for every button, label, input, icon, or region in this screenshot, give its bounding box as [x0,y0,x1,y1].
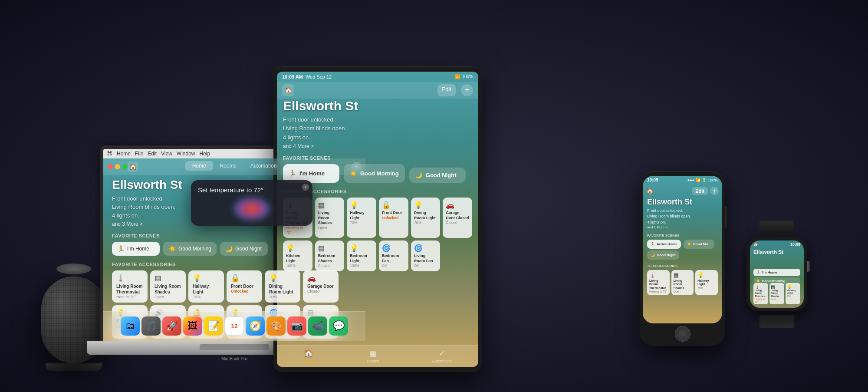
ipad-acc-lr-shades[interactable]: ▤ Living Room Shades Open [315,198,345,238]
ipad-acc-hallway-light[interactable]: 💡 Hallway Light 70% [347,198,376,238]
mac-scene-im-home[interactable]: 🏃 I'm Home [112,242,160,256]
iphone-home-icon[interactable]: 🏠 [646,188,654,194]
iphone-scene-good-morning[interactable]: ☀️ Good Mo... [684,240,714,249]
thermostat-status: Heat to 72° [116,295,143,299]
ipad-acc-kitchen-light[interactable]: 💡 Kitchen Light 100% [283,240,312,271]
menubar-window[interactable]: Window [177,151,195,157]
ipad-dining-light-status: 70% [414,221,437,225]
dock-safari[interactable]: 🧭 [246,316,265,336]
iphone-edit-button[interactable]: Edit [692,187,708,195]
menubar-edit[interactable]: Edit [148,151,157,157]
ipad-edit-button[interactable]: Edit [437,84,456,96]
mac-scene-good-morning[interactable]: ☀️ Good Morning [163,242,217,256]
ipad-accessories-grid-row2: 💡 Kitchen Light 100% ▤ Bedroom Shades Cl… [283,240,472,271]
watch-acc-thermostat[interactable]: 🌡️ Living Room Thermo... Heating to 72° [753,283,768,304]
iphone-good-morning-label: Good Mo... [693,242,711,246]
ipad-tab-home-icon: 🏠 [304,349,313,358]
ipad-hallway-light-status: 70% [350,221,373,225]
ipad-more-link[interactable]: and 4 More > [283,143,472,149]
mac-tab-home[interactable]: Home [185,161,213,171]
iphone-arrive-home-icon: 🏃 [651,242,655,246]
siri-close-button[interactable]: × [302,184,309,191]
dock-facetime[interactable]: 📹 [308,316,327,336]
ipad-bedroom-light-icon: 💡 [350,244,373,252]
good-night-icon: 🌙 [225,245,233,252]
watch-shades-status: Open [771,298,783,300]
mac-acc-garage[interactable]: 🚗 Garage Door Closed [303,270,339,303]
iphone-acc-lr-shades[interactable]: ▤ Living Room Shades Open [671,270,694,295]
iphone-arrive-home-label: Arrive Home [657,242,677,246]
dock-notes[interactable]: 📝 [204,316,223,336]
lr-shades-name: Living Room Shades [155,283,181,295]
dock-colorpicker[interactable]: 🎨 [266,316,286,336]
ipad-acc-garage[interactable]: 🚗 Garage Door Closed Closed [443,198,472,238]
dock-messages[interactable]: 💬 [329,316,348,336]
watch-acc-shades[interactable]: ▤ Living Room Shades Open [769,283,784,304]
iphone-hallway-icon: 💡 [697,272,716,278]
dock-launchpad[interactable]: 🚀 [162,316,181,336]
ipad-acc-lr-fan[interactable]: 🌀 Living Room Fan Off [411,240,441,271]
watch-thermostat-icon: 🌡️ [755,284,767,289]
mac-acc-front-door[interactable]: 🔓 Front Door Unlocked [227,270,262,303]
iphone-status-right: ●●● 📶 🔋 100% [687,178,718,182]
ipad-acc-bedroom-light[interactable]: 💡 Bedroom Light 100% [347,240,376,271]
ipad-tab-home[interactable]: 🏠 Home [303,349,314,363]
iphone-screen: 10:09 ●●● 📶 🔋 100% 🏠 Edit + Ellsworth St [643,176,722,323]
ipad-plus-button[interactable]: + [461,84,473,96]
menubar-help[interactable]: Help [200,151,210,157]
mac-acc-dining-light[interactable]: 💡 Dining Room Light 70% [265,270,300,303]
mac-acc-thermostat[interactable]: 🌡️ Living Room Thermostat Heat to 72° [112,270,148,303]
maximize-button[interactable] [122,164,128,169]
ipad-home-icon-button[interactable]: 🏠 [282,84,294,96]
menubar-home[interactable]: Home [117,151,131,157]
watch-device: 🏠 10:09 Ellsworth St 🏃 I'm Home ☀️ Good … [746,237,807,311]
ipad-wifi-icon: 📶 [455,74,460,79]
dock-siri[interactable]: 🎵 [141,316,161,336]
iphone-home-button[interactable] [675,326,690,342]
mac-tab-automation[interactable]: Automation [243,161,284,171]
mac-acc-hallway-light[interactable]: 💡 Hallway Light 70% [188,270,224,303]
ipad-kitchen-icon: 💡 [286,244,309,252]
iphone-scene-arrive-home[interactable]: 🏃 Arrive Home [647,240,681,249]
im-home-icon: 🏃 [117,245,125,252]
ipad-im-home-label: I'm Home [299,170,325,177]
lr-shades-status: Open [155,295,181,299]
iphone-plus-button[interactable]: + [710,187,719,195]
mac-tabs: Home Rooms Automation [185,161,284,171]
menubar-view[interactable]: View [161,151,172,157]
ipad-tab-automation[interactable]: ✓ Automation [432,349,452,363]
dock-photos[interactable]: 🖼 [183,316,202,336]
ipad-acc-bedroom-fan[interactable]: 🌀 Bedroom Fan Off [379,240,408,271]
mac-tab-rooms[interactable]: Rooms [213,161,243,171]
ipad-acc-front-door[interactable]: 🔓 Front Door Unlocked [379,198,408,238]
close-button[interactable] [108,164,113,169]
garage-icon: 🚗 [307,274,334,282]
ipad-scene-good-morning[interactable]: ☀️ Good Morning [344,164,405,183]
iphone-thermostat-status: Heating to 72° [649,290,667,293]
watch-scene-im-home[interactable]: 🏃 I'm Home [753,269,800,276]
dock-photobooth[interactable]: 📷 [287,316,306,336]
hallway-light-icon: 💡 [193,274,220,282]
watch-acc-light[interactable]: 💡 Hallway Light 75% [786,283,800,304]
ipad-acc-bedroom-shades[interactable]: ▤ Bedroom Shades Closed [315,240,345,271]
dock-calendar[interactable]: 12 [225,316,244,336]
watch-statusbar: 🏠 10:09 [750,240,804,248]
mac-scene-good-night[interactable]: 🌙 Good Night [220,242,268,256]
menubar-file[interactable]: File [135,151,143,157]
mac-home-icon[interactable]: 🏠 [128,161,138,172]
iphone-scene-good-night[interactable]: 🌙 Good Night [647,250,679,260]
iphone-acc-thermostat[interactable]: 🌡️ Living Room Thermostat Heating to 72° [647,270,670,295]
ipad-acc-dining-light[interactable]: 💡 Dining Room Light 70% [411,198,441,238]
apple-menu-icon[interactable]: ⌘ [107,150,112,157]
homepod-base [46,363,102,371]
ipad-front-door-icon: 🔓 [382,201,405,209]
iphone-acc-hallway-light[interactable]: 💡 Hallway Light 75% [695,270,718,295]
minimize-button[interactable] [115,164,120,169]
iphone-more-link[interactable]: and 1 More > [647,225,718,229]
ipad-scene-good-night[interactable]: 🌙 Good Night [409,168,466,183]
mac-acc-lr-shades[interactable]: ▤ Living Room Shades Open [150,270,186,303]
dock-finder[interactable]: 🗂 [121,316,140,336]
ipad-im-home-icon: 🏃 [289,170,296,177]
hallway-light-name: Hallway Light [193,283,220,295]
ipad-tab-rooms[interactable]: ▦ Rooms [367,349,379,363]
